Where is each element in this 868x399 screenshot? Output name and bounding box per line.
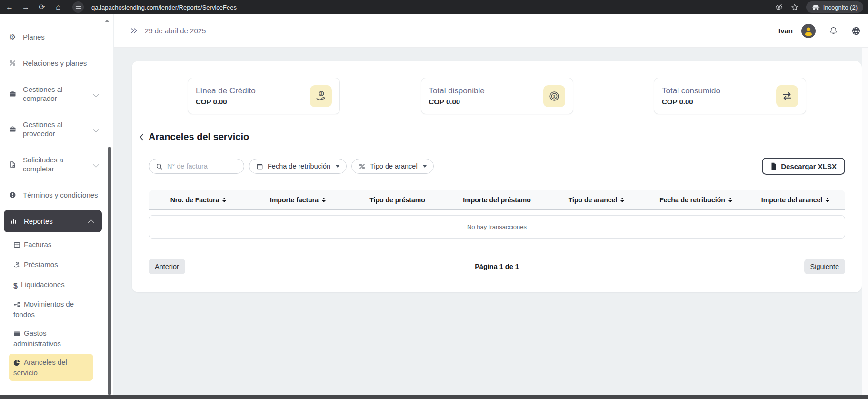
browser-back-icon[interactable]: ← [5, 0, 14, 14]
briefcase-icon [7, 90, 18, 98]
sidebar-subitem-facturas[interactable]: Facturas [9, 236, 93, 254]
browser-toolbar: ← → ⟳ ⌂ qa.lapachoslending.com/lender/Re… [0, 0, 868, 14]
sidebar-subitem-prestamos[interactable]: $ Préstamos [9, 256, 93, 274]
sidebar-scrollbar-thumb[interactable] [108, 147, 111, 395]
invoice-search-input[interactable] [167, 162, 239, 170]
sidebar-item-solicitudes[interactable]: Solicitudes a completar [0, 149, 108, 180]
column-header-tipo-prestamo: Tipo de préstamo [348, 196, 447, 204]
sort-icon [322, 198, 326, 202]
url-text[interactable]: qa.lapachoslending.com/lender/Reports/Se… [91, 4, 237, 11]
gear-icon: ⚙ [7, 33, 18, 41]
card-value: COP 0.00 [196, 98, 256, 106]
chevron-down-icon [93, 91, 99, 97]
card-value: COP 0.00 [429, 98, 485, 106]
bar-chart-icon [8, 218, 19, 225]
transfer-arrows-icon [776, 85, 798, 107]
sidebar-item-relaciones[interactable]: Relaciones y planes [0, 52, 108, 74]
browser-reload-icon[interactable]: ⟳ [37, 0, 47, 14]
notifications-bell-icon[interactable] [829, 26, 838, 35]
column-header-fecha-retribucion[interactable]: Fecha de retribución [646, 196, 746, 204]
password-eye-off-icon[interactable] [775, 3, 783, 11]
page-title: Aranceles del servicio [149, 131, 249, 142]
alert-circle-icon [7, 191, 18, 199]
calendar-icon [256, 163, 263, 170]
sidebar-subitem-aranceles[interactable]: Aranceles del servicio [9, 354, 93, 381]
invoice-search-field[interactable] [149, 159, 244, 174]
download-xlsx-button[interactable]: Descargar XLSX [762, 158, 845, 175]
search-icon [156, 163, 163, 170]
avatar[interactable] [801, 24, 816, 38]
site-info-icon[interactable] [72, 1, 84, 13]
briefcase-icon [7, 126, 18, 133]
chevron-up-icon [88, 219, 94, 226]
network-icon [13, 301, 20, 310]
column-header-tipo-arancel[interactable]: Tipo de arancel [547, 196, 646, 204]
card-value: COP 0.00 [662, 98, 720, 106]
column-header-importe-arancel[interactable]: Importe del arancel [746, 196, 845, 204]
sort-icon [620, 198, 624, 202]
page-status: Página 1 de 1 [149, 263, 845, 270]
caret-down-icon [423, 165, 427, 168]
fee-type-filter-label: Tipo de arancel [370, 162, 417, 170]
caret-down-icon [336, 165, 339, 168]
sort-icon [222, 198, 226, 202]
sidebar-item-gestiones-comprador[interactable]: Gestiones al comprador [0, 78, 108, 110]
sidebar-item-terminos[interactable]: Términos y condiciones [0, 184, 108, 206]
card-title: Total consumido [662, 86, 720, 96]
column-header-importe-factura[interactable]: Importe factura [248, 196, 348, 204]
bookmark-star-icon[interactable] [791, 3, 798, 11]
sidebar-subitem-gastos[interactable]: Gastos administrativos [9, 325, 93, 352]
pie-chart-icon [13, 359, 20, 368]
table-header-row: Nro. de Factura Importe factura Tipo de … [149, 190, 845, 210]
user-name: Ivan [778, 27, 793, 35]
column-header-nro-factura[interactable]: Nro. de Factura [149, 196, 248, 204]
card-title: Total disponible [429, 86, 485, 96]
filters: Fecha de retribución Tipo de arancel [149, 158, 845, 175]
sort-icon [826, 198, 829, 202]
browser-home-icon[interactable]: ⌂ [53, 0, 63, 14]
dollar-icon: $ [13, 282, 18, 290]
sidebar-item-gestiones-proveedor[interactable]: Gestiones al proveedor [0, 113, 108, 145]
sidebar-item-planes[interactable]: ⚙ Planes [0, 26, 108, 48]
header-date: 29 de abril de 2025 [145, 27, 206, 35]
browser-forward-icon[interactable]: → [21, 0, 30, 14]
sidebar-subitem-liquidaciones[interactable]: $Liquidaciones [9, 276, 93, 294]
screen: ← → ⟳ ⌂ qa.lapachoslending.com/lender/Re… [0, 0, 868, 399]
coins-icon: $ [543, 85, 565, 107]
empty-message: No hay transacciones [467, 223, 527, 230]
sidebar-expand-icon[interactable] [130, 27, 138, 34]
incognito-badge[interactable]: Incognito (2) [806, 1, 863, 13]
reportes-submenu: Facturas $ Préstamos $Liquidaciones [9, 236, 93, 381]
sidebar-subitem-movimientos[interactable]: Movimientos de fondos [9, 296, 93, 323]
sort-icon [728, 198, 732, 202]
page-scrollbar-track[interactable] [862, 48, 868, 395]
language-globe-icon[interactable] [851, 26, 861, 36]
incognito-label: Incognito (2) [823, 4, 858, 11]
svg-text:$: $ [553, 94, 555, 98]
sidebar-scrollbar-up-icon[interactable] [105, 20, 110, 22]
date-filter-label: Fecha de retribución [268, 162, 330, 170]
sidebar-item-reportes[interactable]: Reportes [4, 210, 102, 232]
column-header-importe-prestamo: Importe del préstamo [447, 196, 547, 204]
page-heading: Aranceles del servicio [139, 131, 845, 142]
document-check-icon [7, 161, 18, 168]
summary-cards: Línea de Crédito COP 0.00 $ Total dispon… [149, 78, 845, 114]
app-header: 29 de abril de 2025 Ivan [114, 14, 868, 48]
chevron-down-icon [93, 161, 99, 168]
total-available-card: Total disponible COP 0.00 $ [421, 78, 573, 114]
hand-coin-icon: $ [310, 85, 332, 107]
bottom-edge-bar [0, 395, 868, 399]
total-consumed-card: Total consumido COP 0.00 [654, 78, 806, 114]
sidebar-nav: ⚙ Planes Relaciones y planes [0, 14, 108, 381]
main-content: Línea de Crédito COP 0.00 $ Total dispon… [114, 48, 868, 395]
fee-type-filter-dropdown[interactable]: Tipo de arancel [351, 159, 433, 174]
sidebar: ⚙ Planes Relaciones y planes [0, 14, 113, 395]
report-panel: Línea de Crédito COP 0.00 $ Total dispon… [132, 61, 862, 292]
card-title: Línea de Crédito [196, 86, 256, 96]
hand-coin-icon: $ [13, 261, 20, 270]
back-icon[interactable] [139, 133, 144, 141]
date-filter-dropdown[interactable]: Fecha de retribución [249, 159, 347, 174]
percent-icon [359, 163, 366, 170]
wallet-icon [13, 330, 20, 339]
document-icon [770, 162, 777, 170]
